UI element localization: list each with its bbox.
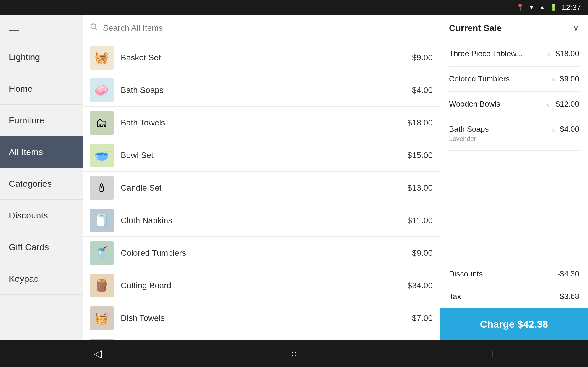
recents-button[interactable]: □ — [478, 345, 502, 363]
item-name: Cloth Napkins — [121, 216, 407, 225]
item-name: Basket Set — [121, 53, 412, 62]
hamburger-menu[interactable] — [9, 25, 19, 31]
item-row[interactable]: 🧺Basket Set$9.00 — [83, 41, 440, 74]
item-name: Candle Set — [121, 183, 407, 193]
item-thumbnail: 🥤 — [90, 241, 114, 265]
item-thumbnail: 🕯 — [90, 176, 114, 200]
hamburger-line-2 — [9, 28, 19, 28]
item-name: Bath Towels — [121, 118, 407, 128]
sidebar-header — [0, 15, 83, 41]
back-button[interactable]: ◁ — [86, 345, 110, 363]
discounts-row: Discounts -$4.30 — [449, 263, 579, 285]
item-row[interactable]: 🥤Colored Tumblers$9.00 — [83, 237, 440, 269]
item-thumbnail: 🗂 — [90, 111, 114, 135]
sale-title: Current Sale — [449, 23, 502, 33]
sidebar-nav: LightingHomeFurnitureAll ItemsCategories… — [0, 41, 83, 340]
item-price: $9.00 — [412, 53, 433, 62]
item-name: Cutting Board — [121, 281, 407, 290]
item-name: Bowl Set — [121, 151, 407, 160]
signal-icon: ▲ — [539, 4, 545, 11]
battery-icon: 🔋 — [550, 4, 558, 11]
item-thumbnail: 🧼 — [90, 78, 114, 102]
item-row[interactable]: 🧺Dish Towels$7.00 — [83, 302, 440, 334]
sale-item-price: $12.00 — [555, 99, 579, 109]
item-price: $7.00 — [412, 313, 433, 323]
bottom-nav-bar: ◁ ○ □ — [0, 340, 588, 367]
item-name: Dish Towels — [121, 313, 412, 323]
sidebar-item-gift-cards[interactable]: Gift Cards — [0, 231, 83, 263]
discounts-value: -$4.30 — [557, 269, 579, 279]
sidebar-item-furniture[interactable]: Furniture — [0, 105, 83, 136]
sale-item-info: Colored Tumblers — [449, 74, 547, 83]
sidebar: LightingHomeFurnitureAll ItemsCategories… — [0, 15, 83, 340]
sale-item-name: Bath Soaps — [449, 125, 547, 134]
sale-item[interactable]: Three Piece Tablew...⬦$18.00 — [449, 41, 579, 67]
sale-item[interactable]: Bath SoapsLavender⬦$4.00 — [449, 117, 579, 151]
sidebar-item-categories[interactable]: Categories — [0, 168, 83, 200]
sidebar-item-lighting[interactable]: Lighting — [0, 41, 83, 73]
item-thumbnail: 🧺 — [90, 46, 114, 70]
item-price: $4.00 — [412, 86, 433, 95]
tax-row: Tax $3.68 — [449, 285, 579, 308]
sidebar-item-all-items[interactable]: All Items — [0, 136, 83, 168]
svg-point-0 — [91, 24, 96, 29]
sale-item-price: $9.00 — [560, 74, 579, 83]
charge-button-label: Charge $42.38 — [480, 318, 548, 330]
tax-value: $3.68 — [560, 292, 579, 301]
item-row[interactable]: 🧼Bath Soaps$4.00 — [83, 74, 440, 107]
item-row[interactable]: 🗂Bath Towels$18.00 — [83, 107, 440, 139]
sale-item-info: Wooden Bowls — [449, 99, 542, 109]
tax-label: Tax — [449, 292, 461, 301]
item-price: $18.00 — [407, 118, 433, 128]
sale-item-info: Bath SoapsLavender — [449, 125, 547, 143]
sale-item-name: Wooden Bowls — [449, 99, 542, 109]
item-thumbnail: 🥣 — [90, 144, 114, 167]
sale-summary: Discounts -$4.30 Tax $3.68 — [440, 263, 588, 308]
item-row[interactable]: 🏺Modern Vase$29.00 — [83, 334, 440, 340]
sale-item-price: $4.00 — [560, 125, 579, 134]
hamburger-line-3 — [9, 30, 19, 31]
item-thumbnail: 🪵 — [90, 274, 114, 297]
item-row[interactable]: 🪵Cutting Board$34.00 — [83, 269, 440, 302]
sale-items-list: Three Piece Tablew...⬦$18.00Colored Tumb… — [440, 41, 588, 263]
sidebar-item-discounts[interactable]: Discounts — [0, 200, 83, 231]
charge-button[interactable]: Charge $42.38 — [440, 308, 588, 340]
clock: 12:37 — [562, 3, 581, 12]
wifi-icon: ▼ — [528, 4, 535, 11]
item-price: $15.00 — [407, 151, 433, 160]
item-row[interactable]: 🧻Cloth Napkins$11.00 — [83, 204, 440, 237]
location-icon: 📍 — [516, 4, 524, 11]
sale-item[interactable]: Colored Tumblers⬦$9.00 — [449, 67, 579, 92]
sidebar-item-keypad[interactable]: Keypad — [0, 263, 83, 295]
item-thumbnail: 🧺 — [90, 306, 114, 330]
item-name: Bath Soaps — [121, 86, 412, 95]
search-bar — [83, 15, 440, 41]
hamburger-line-1 — [9, 25, 19, 25]
svg-line-1 — [95, 28, 98, 30]
items-list: 🧺Basket Set$9.00🧼Bath Soaps$4.00🗂Bath To… — [83, 41, 440, 340]
sale-item-info: Three Piece Tablew... — [449, 49, 542, 58]
items-panel: 🧺Basket Set$9.00🧼Bath Soaps$4.00🗂Bath To… — [83, 15, 440, 340]
status-bar: 📍 ▼ ▲ 🔋 12:37 — [0, 0, 588, 15]
item-price: $13.00 — [407, 183, 433, 193]
sale-item-variant: Lavender — [449, 135, 547, 143]
item-row[interactable]: 🕯Candle Set$13.00 — [83, 172, 440, 204]
sale-item-name: Colored Tumblers — [449, 74, 547, 83]
sale-item-name: Three Piece Tablew... — [449, 49, 542, 58]
item-price: $34.00 — [407, 281, 433, 290]
search-input[interactable] — [103, 23, 433, 33]
main-content: LightingHomeFurnitureAll ItemsCategories… — [0, 15, 588, 340]
item-thumbnail: 🧻 — [90, 209, 114, 232]
sidebar-item-home[interactable]: Home — [0, 73, 83, 105]
sale-header: Current Sale ∨ — [440, 15, 588, 41]
item-price: $11.00 — [407, 216, 433, 225]
price-tag-icon: ⬦ — [546, 99, 551, 109]
discounts-label: Discounts — [449, 269, 483, 279]
home-button[interactable]: ○ — [282, 345, 306, 363]
item-name: Colored Tumblers — [121, 248, 412, 258]
chevron-down-icon[interactable]: ∨ — [573, 23, 579, 33]
sale-panel: Current Sale ∨ Three Piece Tablew...⬦$18… — [440, 15, 588, 340]
sale-item[interactable]: Wooden Bowls⬦$12.00 — [449, 92, 579, 117]
item-row[interactable]: 🥣Bowl Set$15.00 — [83, 139, 440, 172]
price-tag-icon: ⬦ — [551, 74, 556, 84]
